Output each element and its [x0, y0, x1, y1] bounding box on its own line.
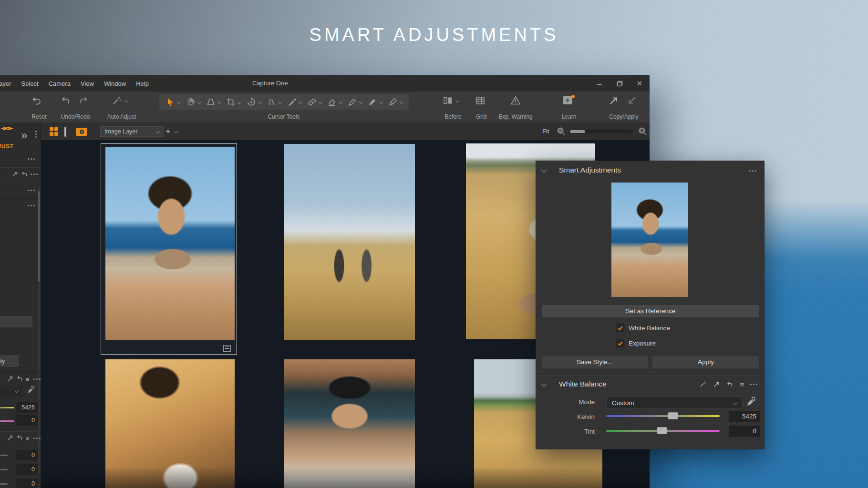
cursor-tool-rotate[interactable]	[246, 97, 261, 107]
white-balance-header[interactable]: White Balance ≡	[536, 377, 764, 391]
section-more-icon[interactable]	[28, 158, 35, 160]
viewer-toggle-icon[interactable]	[64, 128, 66, 136]
chevron-down-icon[interactable]	[541, 166, 547, 173]
section-more-icon[interactable]	[750, 384, 757, 385]
cursor-tool-draw-mask[interactable]	[347, 97, 362, 107]
adjust-tab-label[interactable]: ADJUST	[0, 143, 14, 150]
eyedropper-icon[interactable]	[27, 386, 35, 394]
redo-button[interactable]	[78, 95, 89, 106]
menu-camera[interactable]: Camera	[49, 80, 71, 87]
copy-adjustments-icon[interactable]	[713, 381, 720, 388]
kelvin-slider-partial[interactable]	[0, 407, 14, 408]
menu-window[interactable]: Window	[104, 80, 126, 87]
panel-scrollbar-thumb[interactable]	[38, 191, 40, 282]
auto-adjust-button[interactable]	[112, 95, 128, 106]
set-as-reference-button[interactable]: Set as Reference	[542, 305, 759, 317]
copy-adjustments-icon[interactable]	[7, 434, 14, 441]
cursor-tool-keystone[interactable]	[206, 97, 221, 107]
slider-partial[interactable]	[0, 469, 8, 470]
tint-value-field[interactable]: 0	[16, 415, 38, 426]
cursor-tool-brush[interactable]	[287, 97, 302, 107]
section-more-icon[interactable]	[33, 437, 41, 439]
section-more-icon[interactable]	[31, 173, 38, 175]
white-balance-checkbox[interactable]	[616, 324, 624, 332]
kelvin-value-field[interactable]: 5425	[729, 411, 760, 422]
cursor-tool-pan[interactable]	[186, 97, 201, 107]
adjustments-tab-icon[interactable]	[1, 127, 13, 139]
menu-select[interactable]: Select	[21, 80, 39, 87]
wb-mode-select[interactable]: Custom	[607, 396, 742, 409]
zoom-fit-label[interactable]: Fit	[542, 128, 549, 135]
kelvin-value-field[interactable]: 5425	[16, 402, 38, 413]
slider-partial[interactable]	[0, 455, 8, 456]
before-toggle[interactable]	[443, 95, 459, 106]
copy-adjustments-button[interactable]	[609, 95, 619, 106]
zoom-in-icon[interactable]	[638, 126, 648, 136]
reference-thumbnail[interactable]	[611, 183, 688, 297]
reset-section-icon[interactable]	[21, 171, 28, 178]
close-icon[interactable]	[634, 78, 645, 89]
restore-icon[interactable]	[614, 78, 625, 89]
add-layer-button[interactable]: +	[165, 127, 171, 136]
cursor-tool-heal[interactable]	[307, 97, 322, 107]
thumbnail-photo-1[interactable]	[105, 147, 235, 340]
cursor-tool-fill-mask[interactable]	[367, 97, 382, 107]
chevron-down-icon[interactable]	[174, 130, 178, 133]
tint-value-field[interactable]: 0	[729, 426, 760, 437]
exposure-value-field[interactable]: 0	[16, 450, 38, 460]
cutoff-field[interactable]	[0, 316, 32, 327]
tint-slider[interactable]	[606, 430, 720, 432]
wb-eyedropper-icon[interactable]	[746, 396, 756, 407]
menu-layer[interactable]: Layer	[0, 80, 11, 87]
zoom-slider-thumb[interactable]	[570, 130, 585, 133]
reset-section-icon[interactable]	[16, 375, 23, 382]
smart-adjustments-header[interactable]: Smart Adjustments	[536, 163, 764, 177]
cursor-tool-select[interactable]	[165, 97, 180, 107]
cursor-tool-crop[interactable]	[226, 97, 241, 107]
apply-button[interactable]: Apply	[652, 356, 759, 368]
auto-wb-wand-icon[interactable]	[699, 380, 707, 388]
expand-panel-icon[interactable]: »	[21, 130, 27, 141]
chevron-down-icon[interactable]	[541, 380, 547, 386]
panel-menu-dots-icon[interactable]	[35, 131, 37, 138]
apply-button-partial[interactable]: Apply	[0, 355, 19, 367]
undo-button[interactable]	[61, 95, 71, 106]
thumbnail-photo-5[interactable]	[284, 359, 415, 488]
reset-button[interactable]	[31, 95, 42, 106]
cursor-tool-straighten[interactable]	[266, 97, 281, 107]
reset-section-icon[interactable]	[726, 381, 734, 388]
minimize-icon[interactable]	[594, 78, 605, 89]
tint-slider-thumb[interactable]	[657, 427, 667, 434]
zoom-slider[interactable]	[569, 130, 633, 133]
thumbnail-photo-2[interactable]	[284, 144, 415, 340]
exposure-checkbox[interactable]	[616, 339, 624, 347]
copy-adjustments-icon[interactable]	[7, 375, 14, 382]
tint-slider-partial[interactable]	[0, 420, 14, 422]
exposure-checkbox-row[interactable]: Exposure	[616, 339, 656, 347]
slider-partial[interactable]	[0, 483, 8, 485]
zoom-out-icon[interactable]	[556, 126, 566, 136]
presets-menu-icon[interactable]: ≡	[26, 435, 30, 442]
apply-adjustments-button[interactable]	[627, 95, 637, 106]
save-style-button[interactable]: Save Style...	[542, 356, 648, 368]
layer-select[interactable]: Image Layer	[100, 126, 164, 137]
white-balance-checkbox-row[interactable]: White Balance	[616, 324, 670, 332]
contrast-value-field[interactable]: 0	[16, 464, 38, 475]
menu-view[interactable]: View	[81, 80, 94, 87]
copy-adjustments-icon[interactable]	[11, 171, 19, 178]
kelvin-slider[interactable]	[606, 415, 720, 417]
presets-menu-icon[interactable]: ≡	[26, 376, 30, 383]
mode-select-partial[interactable]	[0, 386, 22, 396]
reset-section-icon[interactable]	[16, 434, 23, 441]
menu-help[interactable]: Help	[136, 80, 149, 87]
grid-view-icon[interactable]	[50, 127, 58, 136]
exposure-warning-toggle[interactable]	[510, 95, 521, 106]
cursor-tool-erase[interactable]	[327, 97, 342, 107]
cursor-tool-erase-mask[interactable]	[388, 97, 403, 107]
kelvin-slider-thumb[interactable]	[668, 412, 678, 419]
presets-menu-icon[interactable]: ≡	[740, 380, 744, 388]
thumbnail-photo-4[interactable]	[105, 359, 235, 488]
panel-more-icon[interactable]	[749, 170, 756, 172]
brightness-value-field[interactable]: 0	[16, 478, 38, 488]
proof-view-icon[interactable]	[76, 128, 87, 136]
